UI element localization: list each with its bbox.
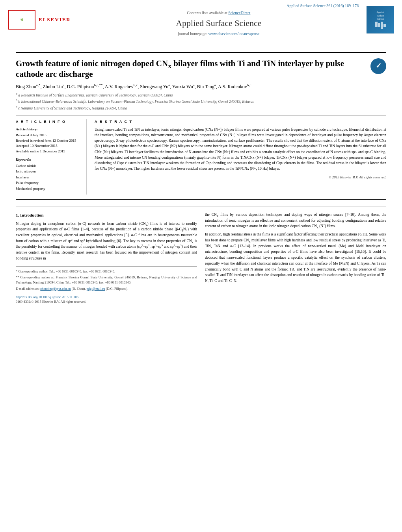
article-title-section: Growth feature of ionic nitrogen doped C… bbox=[16, 52, 386, 80]
section1-col1-text: Nitrogen doping in amorphous carbon (α-C… bbox=[16, 221, 197, 261]
sciencedirect-link[interactable]: ScienceDirect bbox=[228, 11, 250, 15]
journal-ref: Applied Surface Science 361 (2016) 169–1… bbox=[79, 3, 359, 9]
keyword-3: Interlayer bbox=[16, 174, 82, 180]
affiliation-b: b b International Chinese–Belarusian Sci… bbox=[16, 99, 386, 104]
keywords-list: Carbon nitride Ionic nitrogen Interlayer… bbox=[16, 163, 82, 191]
affiliation-a: a a Research Institute of Surface Engine… bbox=[16, 93, 386, 98]
footnote-3: E-mail addresses: zhoubing@tyut.edu.cn (… bbox=[16, 286, 197, 291]
keyword-1: Carbon nitride bbox=[16, 163, 82, 169]
footnote-2: ** Corresponding author at: Francisk Sko… bbox=[16, 275, 197, 285]
main-content: 1. Introduction Nitrogen doping in amorp… bbox=[16, 206, 386, 304]
article-info-label: A R T I C L E I N F O bbox=[16, 119, 82, 124]
article-body: Growth feature of ionic nitrogen doped C… bbox=[0, 40, 402, 312]
elsevier-logo: 🌿 ELSEVIER bbox=[8, 10, 71, 30]
article-title: Growth feature of ionic nitrogen doped C… bbox=[16, 58, 365, 80]
abstract-label: A B S T R A C T bbox=[95, 119, 386, 124]
article-info-col: A R T I C L E I N F O Article history: R… bbox=[16, 119, 87, 195]
crossmark-badge: ✓ bbox=[370, 58, 386, 74]
elsevier-label: ELSEVIER bbox=[39, 16, 71, 23]
keyword-4: Pulse frequency bbox=[16, 180, 82, 185]
section-divider bbox=[16, 199, 386, 200]
abstract-col: A B S T R A C T Using nano-scaled Ti and… bbox=[95, 119, 386, 195]
doi-area: http://dx.doi.org/10.1016/j.apsusc.2015.… bbox=[16, 295, 197, 305]
journal-header: 🌿 ELSEVIER Applied Surface Science 361 (… bbox=[0, 0, 402, 40]
received-date: Received 9 July 2015 bbox=[16, 133, 82, 138]
keyword-5: Mechanical property bbox=[16, 186, 82, 191]
revised-date: Received in revised form 12 October 2015 bbox=[16, 138, 82, 143]
journal-title-header: Applied Surface Science bbox=[79, 17, 359, 30]
copyright-line: © 2015 Elsevier B.V. All rights reserved… bbox=[95, 175, 386, 180]
online-date: Available online 1 December 2015 bbox=[16, 149, 82, 154]
main-col-left: 1. Introduction Nitrogen doping in amorp… bbox=[16, 212, 197, 304]
accepted-date: Accepted 10 November 2015 bbox=[16, 143, 82, 148]
two-col-info-abstract: A R T I C L E I N F O Article history: R… bbox=[16, 115, 386, 195]
footnote-area: * Corresponding author. Tel.: +86 0351 6… bbox=[16, 266, 197, 291]
footnote-1: * Corresponding author. Tel.: +86 0351 6… bbox=[16, 269, 197, 274]
article-history-title: Article history: bbox=[16, 127, 82, 132]
main-col-right: the CNx films by various deposition tech… bbox=[205, 212, 386, 304]
journal-logo-box: AppliedSurfaceScience bbox=[367, 6, 394, 33]
email-pdg[interactable]: pdg.@mail.ru bbox=[86, 287, 105, 291]
contents-label: Contents lists available at bbox=[187, 11, 227, 15]
journal-homepage: journal homepage: www.elsevier.com/locat… bbox=[79, 31, 359, 37]
elsevier-logo-box: 🌿 bbox=[8, 10, 35, 30]
article-history: Article history: Received 9 July 2015 Re… bbox=[16, 127, 82, 154]
abstract-text: Using nano-scaled Ti and TiN as interlay… bbox=[95, 127, 386, 172]
journal-center: Applied Surface Science 361 (2016) 169–1… bbox=[71, 3, 367, 37]
section1-title: 1. Introduction bbox=[16, 212, 197, 219]
affiliation-c: c c Nanjing University of Science and Te… bbox=[16, 106, 386, 111]
issn-line: 0169-4332/© 2015 Elsevier B.V. All right… bbox=[16, 299, 197, 304]
keyword-2: Ionic nitrogen bbox=[16, 169, 82, 174]
affiliations: a a Research Institute of Surface Engine… bbox=[16, 93, 386, 111]
section1-col2-para2: In addition, high residual stress in the… bbox=[205, 232, 386, 284]
email-zhou[interactable]: zhoubing@tyut.edu.cn bbox=[40, 287, 71, 291]
authors: Bing Zhoua,*, Zhubo Liua, D.G. Piliptsou… bbox=[16, 83, 386, 90]
doi-link[interactable]: http://dx.doi.org/10.1016/j.apsusc.2015.… bbox=[16, 295, 197, 300]
section1-col2-para1: the CNx films by various deposition tech… bbox=[205, 212, 386, 229]
journal-homepage-link[interactable]: www.elsevier.com/locate/apsusc bbox=[208, 32, 260, 36]
keywords-title: Keywords: bbox=[16, 157, 82, 162]
keywords-group: Keywords: Carbon nitride Ionic nitrogen … bbox=[16, 157, 82, 192]
